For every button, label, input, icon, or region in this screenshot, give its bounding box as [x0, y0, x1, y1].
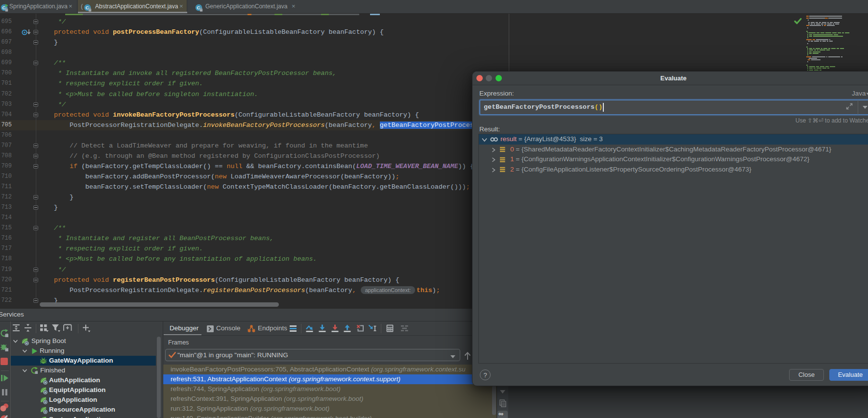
svg-text:C: C: [86, 5, 89, 10]
svg-text:C: C: [2, 5, 6, 10]
svg-text:C: C: [197, 5, 200, 10]
